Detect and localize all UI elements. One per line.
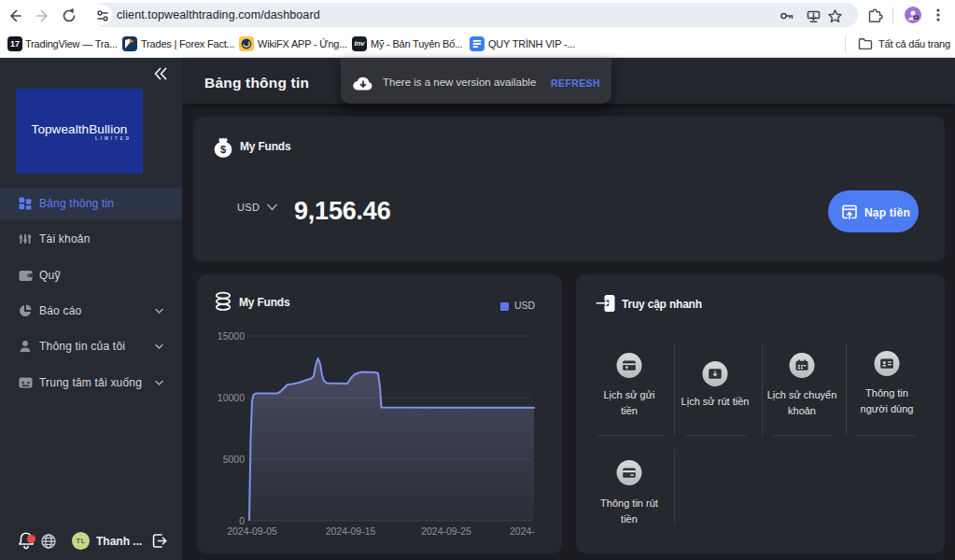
svg-text:2024-09-15: 2024-09-15 [326,525,376,537]
svg-text:$: $ [220,144,226,155]
svg-text:2024-: 2024- [510,525,535,537]
svg-text:15000: 15000 [218,330,245,342]
svg-text:2024-09-25: 2024-09-25 [421,525,471,537]
svg-text:2024-09-05: 2024-09-05 [227,525,277,537]
svg-text:10000: 10000 [218,392,245,403]
svg-text:5000: 5000 [223,454,246,465]
